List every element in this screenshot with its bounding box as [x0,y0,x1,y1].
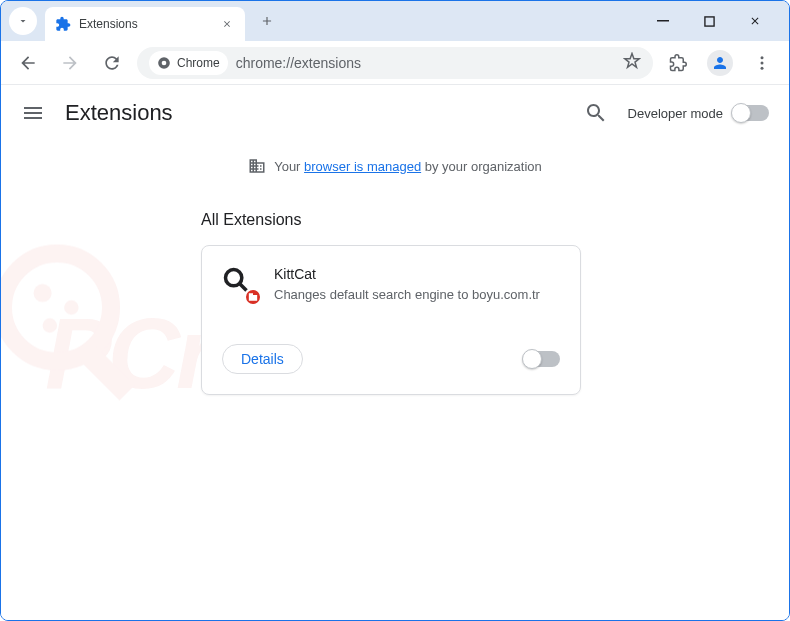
tab-title: Extensions [79,17,211,31]
arrow-left-icon [18,53,38,73]
person-icon [711,54,729,72]
reload-button[interactable] [95,46,129,80]
chrome-logo-icon [157,56,171,70]
bookmark-button[interactable] [623,52,641,74]
minimize-button[interactable] [649,7,677,35]
svg-point-5 [761,61,764,64]
site-info-chip[interactable]: Chrome [149,51,228,75]
building-icon [248,157,266,175]
details-button[interactable]: Details [222,344,303,374]
managed-prefix: Your [274,159,304,174]
developer-mode-control: Developer mode [628,105,769,121]
close-window-button[interactable] [741,7,769,35]
minimize-icon [657,15,669,27]
reload-icon [102,53,122,73]
profile-button[interactable] [703,46,737,80]
chevron-down-icon [17,15,29,27]
svg-point-4 [761,56,764,59]
close-icon [749,15,761,27]
url-text: chrome://extensions [236,55,615,71]
tab-close-button[interactable] [219,16,235,32]
developer-mode-label: Developer mode [628,106,723,121]
svg-rect-1 [704,16,713,25]
page-title: Extensions [65,100,564,126]
maximize-button[interactable] [695,7,723,35]
tab-search-button[interactable] [9,7,37,35]
browser-tab[interactable]: Extensions [45,7,245,41]
svg-line-13 [240,284,247,291]
managed-suffix: by your organization [421,159,542,174]
forward-button[interactable] [53,46,87,80]
svg-point-12 [226,270,242,286]
managed-badge-icon [244,288,262,306]
close-icon [222,19,232,29]
arrow-right-icon [60,53,80,73]
puzzle-outline-icon [669,54,687,72]
extension-toggle[interactable] [524,351,560,367]
star-icon [623,52,641,70]
new-tab-button[interactable] [253,7,281,35]
extension-icon [222,266,258,302]
dots-vertical-icon [753,54,771,72]
svg-point-3 [162,60,167,65]
plus-icon [260,14,274,28]
extension-description: Changes default search engine to boyu.co… [274,286,560,304]
search-button[interactable] [584,101,608,125]
menu-button[interactable] [745,46,779,80]
extensions-button[interactable] [661,46,695,80]
page-header: Extensions Developer mode [1,85,789,141]
managed-link[interactable]: browser is managed [304,159,421,174]
browser-toolbar: Chrome chrome://extensions [1,41,789,85]
developer-mode-toggle[interactable] [733,105,769,121]
extension-card: KittCat Changes default search engine to… [201,245,581,395]
maximize-icon [704,16,715,27]
svg-point-6 [761,66,764,69]
managed-banner: Your browser is managed by your organiza… [1,141,789,191]
hamburger-menu-button[interactable] [21,101,45,125]
chip-label: Chrome [177,56,220,70]
back-button[interactable] [11,46,45,80]
tab-strip: Extensions [1,1,789,41]
page-content: PCrisk.com Extensions Developer mode You… [1,85,789,620]
address-bar[interactable]: Chrome chrome://extensions [137,47,653,79]
svg-rect-0 [657,20,669,22]
puzzle-icon [55,16,71,32]
window-controls [649,7,781,35]
section-title: All Extensions [201,211,789,229]
extension-name: KittCat [274,266,560,282]
